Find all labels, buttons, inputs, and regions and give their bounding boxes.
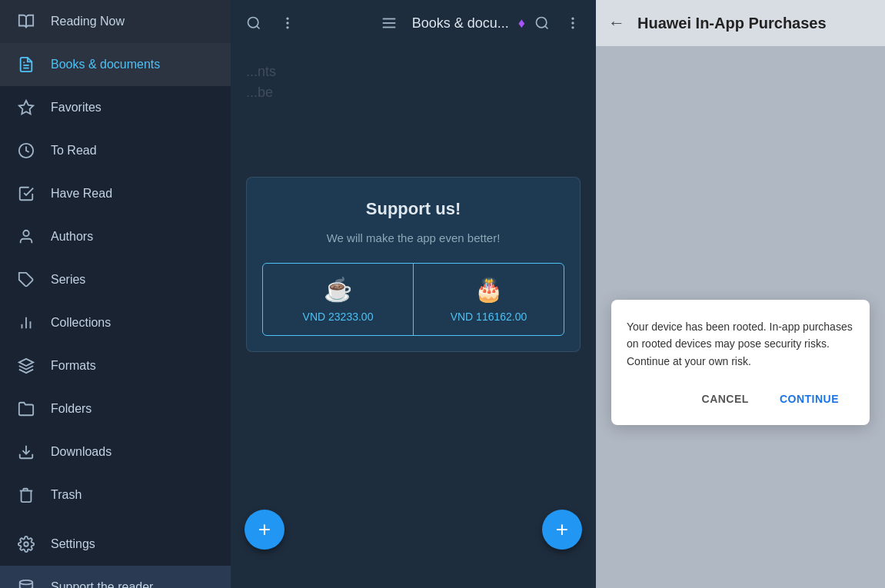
tag-icon [15, 269, 37, 291]
sidebar-item-downloads[interactable]: Downloads [0, 430, 231, 473]
coffee-icon: ☕ [324, 276, 352, 303]
sidebar-item-favorites-label: Favorites [51, 101, 101, 115]
support-option-1[interactable]: ☕ VND 23233.00 [263, 264, 414, 335]
svg-point-13 [248, 18, 258, 28]
cancel-button[interactable]: CANCEL [687, 385, 764, 413]
top-bar: Books & docu... ♦ [231, 0, 596, 46]
top-search-button[interactable] [528, 9, 556, 37]
support-dialog-subtitle: We will make the app even better! [262, 231, 564, 244]
security-dialog-message: Your device has been rooted. In-app purc… [627, 318, 854, 370]
svg-point-23 [572, 18, 574, 19]
sidebar-item-authors[interactable]: Authors [0, 215, 231, 258]
top-more-button[interactable] [559, 9, 587, 37]
top-bar-left [240, 9, 301, 37]
huawei-panel-title: Huawei In-App Purchases [637, 15, 827, 32]
support-dialog-title: Support us! [262, 199, 564, 219]
sidebar-item-have-read-label: Have Read [51, 187, 112, 201]
svg-point-21 [537, 18, 547, 28]
sidebar-item-collections-label: Collections [51, 316, 111, 330]
sidebar-item-reading-now-label: Reading Now [51, 15, 125, 28]
download-icon [15, 441, 37, 463]
sidebar-item-folders[interactable]: Folders [0, 387, 231, 430]
cake-icon: 🎂 [474, 276, 503, 303]
folder-icon [15, 398, 37, 420]
sidebar-item-series[interactable]: Series [0, 258, 231, 301]
sidebar-item-formats-label: Formats [51, 359, 96, 373]
sidebar-item-authors-label: Authors [51, 230, 93, 244]
svg-point-25 [572, 27, 574, 28]
top-bar-right: Books & docu... ♦ [375, 9, 587, 37]
sidebar-item-formats[interactable]: Formats [0, 344, 231, 387]
svg-marker-9 [19, 359, 33, 366]
sidebar-item-trash[interactable]: Trash [0, 473, 231, 517]
background-text: ...nts ...be [246, 61, 581, 103]
sidebar-item-books-label: Books & documents [51, 58, 160, 71]
book-open-icon [15, 11, 37, 32]
search-button[interactable] [240, 9, 268, 37]
svg-point-15 [287, 18, 288, 19]
sidebar-item-series-label: Series [51, 273, 85, 287]
support-option-2[interactable]: 🎂 VND 116162.00 [414, 264, 564, 335]
database-icon [15, 576, 37, 588]
svg-point-4 [23, 231, 28, 236]
sidebar-item-to-read[interactable]: To Read [0, 129, 231, 172]
diamond-icon: ♦ [518, 15, 525, 32]
sidebar-item-downloads-label: Downloads [51, 445, 111, 459]
sidebar-item-trash-label: Trash [51, 488, 82, 502]
svg-line-14 [257, 26, 260, 29]
sidebar-item-support-label: Support the reader [51, 580, 153, 588]
sidebar-item-reading-now[interactable]: Reading Now [0, 0, 231, 43]
sidebar: Reading Now Books & documents Favorites [0, 0, 231, 588]
svg-point-17 [287, 27, 288, 28]
fab-left-button[interactable]: + [245, 510, 284, 550]
check-icon [15, 183, 37, 204]
back-button[interactable]: ← [608, 13, 625, 33]
svg-point-12 [20, 580, 33, 585]
more-options-button[interactable] [274, 9, 301, 37]
clock-icon [15, 140, 37, 161]
sidebar-item-books-documents[interactable]: Books & documents [0, 43, 231, 86]
layers-icon [15, 355, 37, 377]
top-bar-title: Books & docu... [412, 15, 509, 32]
fab-right-icon: + [556, 517, 568, 542]
svg-point-16 [287, 22, 288, 24]
svg-point-11 [24, 542, 28, 546]
sidebar-item-have-read[interactable]: Have Read [0, 172, 231, 215]
sidebar-item-to-read-label: To Read [51, 144, 97, 158]
continue-button[interactable]: CONTINUE [764, 385, 854, 413]
right-panel: ← Huawei In-App Purchases Your device ha… [596, 0, 885, 588]
trash-icon [15, 484, 37, 506]
support-price-2: VND 116162.00 [451, 311, 527, 323]
file-text-icon [15, 54, 37, 75]
svg-marker-2 [19, 101, 33, 114]
menu-button[interactable] [375, 9, 403, 37]
security-dialog: Your device has been rooted. In-app purc… [611, 300, 870, 425]
security-dialog-buttons: CANCEL CONTINUE [627, 385, 854, 413]
fab-left-icon: + [258, 517, 271, 542]
svg-point-24 [572, 22, 574, 24]
sidebar-item-folders-label: Folders [51, 402, 91, 416]
sidebar-item-support-reader[interactable]: Support the reader [0, 566, 231, 588]
main-content: Books & docu... ♦ ...nts ...be Support u… [231, 0, 596, 588]
sidebar-item-settings-label: Settings [51, 537, 95, 551]
star-icon [15, 97, 37, 118]
sidebar-item-collections[interactable]: Collections [0, 301, 231, 344]
user-icon [15, 226, 37, 247]
settings-icon [15, 533, 37, 555]
support-options: ☕ VND 23233.00 🎂 VND 116162.00 [262, 263, 564, 336]
huawei-header: ← Huawei In-App Purchases [596, 0, 885, 46]
sidebar-item-settings[interactable]: Settings [0, 523, 231, 566]
fab-right-button[interactable]: + [542, 510, 582, 550]
sidebar-item-favorites[interactable]: Favorites [0, 86, 231, 129]
svg-line-22 [545, 26, 548, 29]
support-dialog: Support us! We will make the app even be… [246, 177, 581, 352]
support-price-1: VND 23233.00 [303, 311, 374, 323]
collections-icon [15, 312, 37, 334]
